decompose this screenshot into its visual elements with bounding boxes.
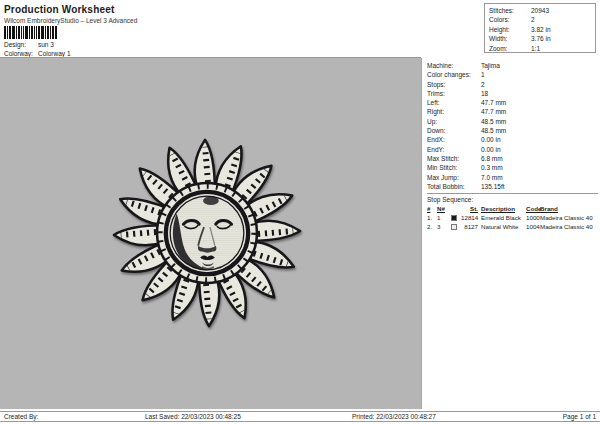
summary-value: 2 [531,16,535,23]
thread-description: Emerald Black [481,214,526,223]
printed-text: Printed: 22/03/2023 00:48:27 [352,413,436,420]
col-header-brand: Brand [540,205,598,214]
table-header-row: # N# St. Description Code Brand [427,205,598,214]
needle-num: 1 [437,214,451,223]
summary-label: Height: [489,25,531,34]
info-row: Total Bobbin:135.15ft [427,182,598,191]
stop-sequence-table: # N# St. Description Code Brand 1. 1 128… [427,205,598,231]
summary-label: Colors: [489,15,531,24]
info-row: Right:47.7 mm [427,107,598,116]
summary-row: Height:3.82 in [489,25,595,34]
info-value: 6.8 mm [481,155,503,162]
col-header-num: # [427,205,437,214]
info-label: Color changes: [427,70,481,79]
thread-brand: Madeira Classic 40 [540,223,598,232]
info-label: Stops: [427,80,481,89]
info-value: 48.5 mm [481,118,506,125]
created-by-label: Created By: [4,413,38,420]
summary-row: Zoom:1:1 [489,44,595,53]
info-row: Up:48.5 mm [427,117,598,126]
info-value: 47.7 mm [481,108,506,115]
info-row: Max Stitch:6.8 mm [427,154,598,163]
col-header-code: Code [526,205,540,214]
summary-row: Colors:2 [489,15,595,24]
info-row: Max Jump:7.0 mm [427,173,598,182]
col-header-stitches: St. [461,205,478,214]
colorway-value: Colorway 1 [38,50,71,57]
col-header-description: Description [481,205,526,214]
info-label: Trims: [427,89,481,98]
info-label: Right: [427,107,481,116]
info-row: Left:47.7 mm [427,98,598,107]
summary-label: Width: [489,34,531,43]
design-name-row: Design:sun 3 [4,41,54,48]
thread-code: 1004 [526,223,540,232]
info-row: Min Stitch:0.3 mm [427,163,598,172]
design-canvas [0,58,421,409]
info-value: 0.00 in [481,136,501,143]
info-value: 47.7 mm [481,99,506,106]
info-row: Down:48.5 mm [427,126,598,135]
info-row: Trims:18 [427,89,598,98]
stop-num: 2. [427,223,437,232]
sun-embroidery-design [109,135,305,331]
summary-row: Width:3.76 in [489,34,595,43]
summary-value: 20943 [531,7,549,14]
info-label: Up: [427,117,481,126]
page-title: Production Worksheet [4,4,115,15]
summary-value: 3.76 in [531,35,551,42]
summary-value: 3.82 in [531,26,551,33]
info-label: Total Bobbin: [427,182,481,191]
thread-code: 1000 [526,214,540,223]
thread-color-swatch [451,224,457,230]
needle-num: 3 [437,223,451,232]
colorway-row: Colorway:Colorway 1 [4,50,71,57]
info-value: 7.0 mm [481,174,503,181]
info-label: Left: [427,98,481,107]
info-value: 18 [481,90,488,97]
info-value: 48.5 mm [481,127,506,134]
info-label: EndX: [427,135,481,144]
colorway-label: Colorway: [4,50,38,57]
summary-row: Stitches:20943 [489,6,595,15]
barcode-icon [4,26,59,39]
info-label: Machine: [427,61,481,70]
summary-label: Zoom: [489,44,531,53]
last-saved-text: Last Saved: 22/03/2023 00:48:25 [145,413,241,420]
footer-divider-top [0,411,600,412]
thread-brand: Madeira Classic 40 [540,214,598,223]
stop-num: 1. [427,214,437,223]
machine-info-panel: Machine:Tajima Color changes:1 Stops:2 T… [421,58,600,409]
summary-value: 1:1 [531,45,540,52]
thread-color-swatch [451,215,457,221]
info-value: 1 [481,71,485,78]
info-label: Max Jump: [427,173,481,182]
col-header-needle: N# [437,205,451,214]
page-number: Page 1 of 1 [563,413,596,420]
thread-description: Natural White [481,223,526,232]
info-label: Max Stitch: [427,154,481,163]
info-label: EndY: [427,145,481,154]
stitch-count: 12814 [461,214,478,223]
info-label: Min Stitch: [427,163,481,172]
info-label: Down: [427,126,481,135]
design-summary-box: Stitches:20943 Colors:2 Height:3.82 in W… [484,3,596,53]
swatch-cell [451,223,461,232]
info-row: Stops:2 [427,80,598,89]
swatch-cell [451,214,461,223]
summary-label: Stitches: [489,6,531,15]
info-row: Machine:Tajima [427,61,598,70]
info-value: Tajima [481,62,500,69]
info-value: 135.15ft [481,183,505,190]
info-row: EndY:0.00 in [427,145,598,154]
table-row: 1. 1 12814 Emerald Black 1000 Madeira Cl… [427,214,598,223]
info-value: 0.00 in [481,146,501,153]
design-value: sun 3 [38,41,54,48]
info-row: Color changes:1 [427,70,598,79]
info-value: 0.3 mm [481,164,503,171]
stitch-count: 8127 [461,223,478,232]
info-value: 2 [481,81,485,88]
panel-divider [427,193,598,194]
app-subtitle: Wilcom EmbroideryStudio – Level 3 Advanc… [4,17,137,24]
production-worksheet-page: Production Worksheet Wilcom EmbroiderySt… [0,0,600,424]
